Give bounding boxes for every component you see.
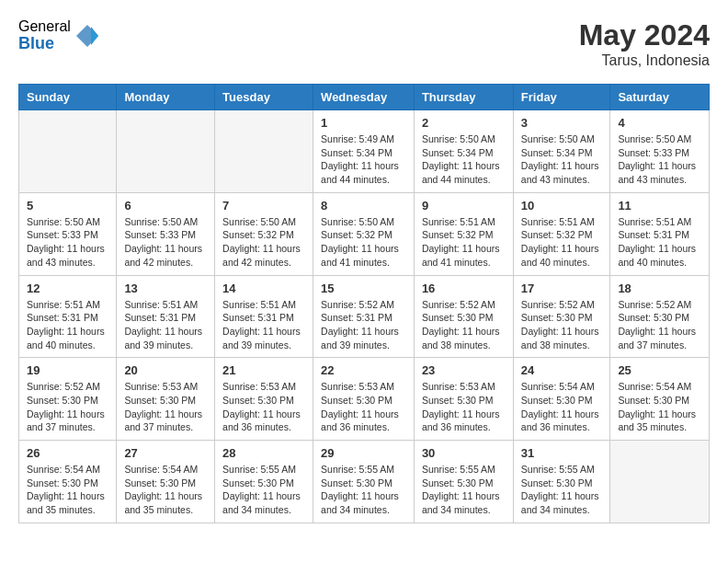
day-info: Sunrise: 5:51 AMSunset: 5:31 PMDaylight:… bbox=[618, 215, 701, 270]
day-info: Sunrise: 5:55 AMSunset: 5:30 PMDaylight:… bbox=[422, 463, 506, 517]
day-cell: 16Sunrise: 5:52 AMSunset: 5:30 PMDayligh… bbox=[414, 275, 513, 358]
day-number: 18 bbox=[618, 282, 701, 295]
week-row-1: 1Sunrise: 5:49 AMSunset: 5:34 PMDaylight… bbox=[19, 110, 710, 193]
month-year: May 2024 bbox=[579, 18, 710, 52]
day-cell bbox=[215, 110, 313, 193]
day-number: 5 bbox=[27, 199, 108, 213]
day-cell: 11Sunrise: 5:51 AMSunset: 5:31 PMDayligh… bbox=[610, 192, 710, 275]
day-cell: 31Sunrise: 5:55 AMSunset: 5:30 PMDayligh… bbox=[513, 441, 610, 523]
day-number: 16 bbox=[422, 282, 506, 295]
week-row-3: 12Sunrise: 5:51 AMSunset: 5:31 PMDayligh… bbox=[19, 275, 710, 358]
day-number: 17 bbox=[521, 282, 603, 295]
day-cell: 7Sunrise: 5:50 AMSunset: 5:32 PMDaylight… bbox=[215, 192, 313, 275]
day-cell: 17Sunrise: 5:52 AMSunset: 5:30 PMDayligh… bbox=[513, 275, 610, 358]
col-header-wednesday: Wednesday bbox=[313, 85, 415, 110]
day-number: 30 bbox=[422, 446, 506, 460]
calendar-table: SundayMondayTuesdayWednesdayThursdayFrid… bbox=[18, 84, 710, 523]
day-info: Sunrise: 5:54 AMSunset: 5:30 PMDaylight:… bbox=[618, 380, 701, 434]
week-row-2: 5Sunrise: 5:50 AMSunset: 5:33 PMDaylight… bbox=[19, 192, 710, 275]
day-cell: 10Sunrise: 5:51 AMSunset: 5:32 PMDayligh… bbox=[513, 192, 610, 275]
col-header-saturday: Saturday bbox=[610, 85, 710, 110]
day-number: 3 bbox=[521, 116, 603, 130]
day-number: 25 bbox=[618, 363, 701, 377]
day-cell: 18Sunrise: 5:52 AMSunset: 5:30 PMDayligh… bbox=[610, 275, 710, 358]
day-cell: 15Sunrise: 5:52 AMSunset: 5:31 PMDayligh… bbox=[313, 275, 415, 358]
day-cell: 27Sunrise: 5:54 AMSunset: 5:30 PMDayligh… bbox=[117, 441, 215, 523]
col-header-friday: Friday bbox=[513, 85, 610, 110]
day-number: 20 bbox=[124, 363, 207, 377]
week-row-4: 19Sunrise: 5:52 AMSunset: 5:30 PMDayligh… bbox=[19, 358, 710, 441]
day-info: Sunrise: 5:53 AMSunset: 5:30 PMDaylight:… bbox=[222, 380, 305, 434]
day-cell: 25Sunrise: 5:54 AMSunset: 5:30 PMDayligh… bbox=[610, 358, 710, 441]
logo-blue: Blue bbox=[18, 35, 71, 53]
day-info: Sunrise: 5:50 AMSunset: 5:33 PMDaylight:… bbox=[124, 215, 207, 270]
day-cell: 3Sunrise: 5:50 AMSunset: 5:34 PMDaylight… bbox=[513, 110, 610, 193]
day-info: Sunrise: 5:53 AMSunset: 5:30 PMDaylight:… bbox=[124, 380, 207, 434]
day-cell bbox=[19, 110, 117, 193]
day-info: Sunrise: 5:51 AMSunset: 5:31 PMDaylight:… bbox=[124, 298, 207, 352]
day-cell: 30Sunrise: 5:55 AMSunset: 5:30 PMDayligh… bbox=[414, 441, 513, 523]
day-info: Sunrise: 5:51 AMSunset: 5:32 PMDaylight:… bbox=[521, 215, 603, 270]
day-cell bbox=[610, 441, 710, 523]
day-cell: 21Sunrise: 5:53 AMSunset: 5:30 PMDayligh… bbox=[215, 358, 313, 441]
day-number: 9 bbox=[422, 199, 506, 213]
week-row-5: 26Sunrise: 5:54 AMSunset: 5:30 PMDayligh… bbox=[19, 441, 710, 523]
day-number: 7 bbox=[222, 199, 305, 213]
day-info: Sunrise: 5:52 AMSunset: 5:31 PMDaylight:… bbox=[321, 298, 406, 352]
day-info: Sunrise: 5:50 AMSunset: 5:33 PMDaylight:… bbox=[618, 132, 701, 187]
day-number: 14 bbox=[222, 282, 305, 295]
day-info: Sunrise: 5:50 AMSunset: 5:34 PMDaylight:… bbox=[422, 132, 506, 187]
day-info: Sunrise: 5:55 AMSunset: 5:30 PMDaylight:… bbox=[222, 463, 305, 517]
logo-general: General bbox=[18, 18, 71, 35]
day-cell: 20Sunrise: 5:53 AMSunset: 5:30 PMDayligh… bbox=[117, 358, 215, 441]
day-cell bbox=[117, 110, 215, 193]
day-info: Sunrise: 5:52 AMSunset: 5:30 PMDaylight:… bbox=[27, 380, 108, 434]
day-number: 29 bbox=[321, 446, 406, 460]
header-row: SundayMondayTuesdayWednesdayThursdayFrid… bbox=[19, 85, 710, 110]
day-cell: 24Sunrise: 5:54 AMSunset: 5:30 PMDayligh… bbox=[513, 358, 610, 441]
day-cell: 13Sunrise: 5:51 AMSunset: 5:31 PMDayligh… bbox=[117, 275, 215, 358]
location: Tarus, Indonesia bbox=[579, 52, 710, 69]
day-info: Sunrise: 5:51 AMSunset: 5:31 PMDaylight:… bbox=[27, 298, 108, 352]
day-cell: 5Sunrise: 5:50 AMSunset: 5:33 PMDaylight… bbox=[19, 192, 117, 275]
day-info: Sunrise: 5:50 AMSunset: 5:32 PMDaylight:… bbox=[321, 215, 406, 270]
day-info: Sunrise: 5:53 AMSunset: 5:30 PMDaylight:… bbox=[422, 380, 506, 434]
logo-icon bbox=[74, 23, 100, 49]
day-cell: 29Sunrise: 5:55 AMSunset: 5:30 PMDayligh… bbox=[313, 441, 415, 523]
day-cell: 4Sunrise: 5:50 AMSunset: 5:33 PMDaylight… bbox=[610, 110, 710, 193]
day-number: 8 bbox=[321, 199, 406, 213]
day-info: Sunrise: 5:54 AMSunset: 5:30 PMDaylight:… bbox=[521, 380, 603, 434]
day-number: 21 bbox=[222, 363, 305, 377]
day-info: Sunrise: 5:53 AMSunset: 5:30 PMDaylight:… bbox=[321, 380, 406, 434]
day-info: Sunrise: 5:55 AMSunset: 5:30 PMDaylight:… bbox=[321, 463, 406, 517]
day-info: Sunrise: 5:51 AMSunset: 5:31 PMDaylight:… bbox=[222, 298, 305, 352]
title-block: May 2024 Tarus, Indonesia bbox=[579, 18, 710, 69]
day-cell: 8Sunrise: 5:50 AMSunset: 5:32 PMDaylight… bbox=[313, 192, 415, 275]
day-info: Sunrise: 5:50 AMSunset: 5:33 PMDaylight:… bbox=[27, 215, 108, 270]
col-header-thursday: Thursday bbox=[414, 85, 513, 110]
day-number: 22 bbox=[321, 363, 406, 377]
day-number: 28 bbox=[222, 446, 305, 460]
day-number: 23 bbox=[422, 363, 506, 377]
day-cell: 19Sunrise: 5:52 AMSunset: 5:30 PMDayligh… bbox=[19, 358, 117, 441]
day-cell: 2Sunrise: 5:50 AMSunset: 5:34 PMDaylight… bbox=[414, 110, 513, 193]
day-number: 13 bbox=[124, 282, 207, 295]
day-info: Sunrise: 5:52 AMSunset: 5:30 PMDaylight:… bbox=[422, 298, 506, 352]
day-number: 15 bbox=[321, 282, 406, 295]
day-number: 10 bbox=[521, 199, 603, 213]
day-info: Sunrise: 5:50 AMSunset: 5:32 PMDaylight:… bbox=[222, 215, 305, 270]
day-info: Sunrise: 5:55 AMSunset: 5:30 PMDaylight:… bbox=[521, 463, 603, 517]
day-info: Sunrise: 5:51 AMSunset: 5:32 PMDaylight:… bbox=[422, 215, 506, 270]
day-number: 4 bbox=[618, 116, 701, 130]
svg-marker-1 bbox=[91, 27, 98, 45]
day-cell: 28Sunrise: 5:55 AMSunset: 5:30 PMDayligh… bbox=[215, 441, 313, 523]
day-info: Sunrise: 5:52 AMSunset: 5:30 PMDaylight:… bbox=[521, 298, 603, 352]
day-cell: 9Sunrise: 5:51 AMSunset: 5:32 PMDaylight… bbox=[414, 192, 513, 275]
day-info: Sunrise: 5:49 AMSunset: 5:34 PMDaylight:… bbox=[321, 132, 406, 187]
col-header-monday: Monday bbox=[117, 85, 215, 110]
day-number: 12 bbox=[27, 282, 108, 295]
day-number: 19 bbox=[27, 363, 108, 377]
page-header: General Blue May 2024 Tarus, Indonesia bbox=[18, 18, 710, 69]
day-cell: 23Sunrise: 5:53 AMSunset: 5:30 PMDayligh… bbox=[414, 358, 513, 441]
day-cell: 6Sunrise: 5:50 AMSunset: 5:33 PMDaylight… bbox=[117, 192, 215, 275]
